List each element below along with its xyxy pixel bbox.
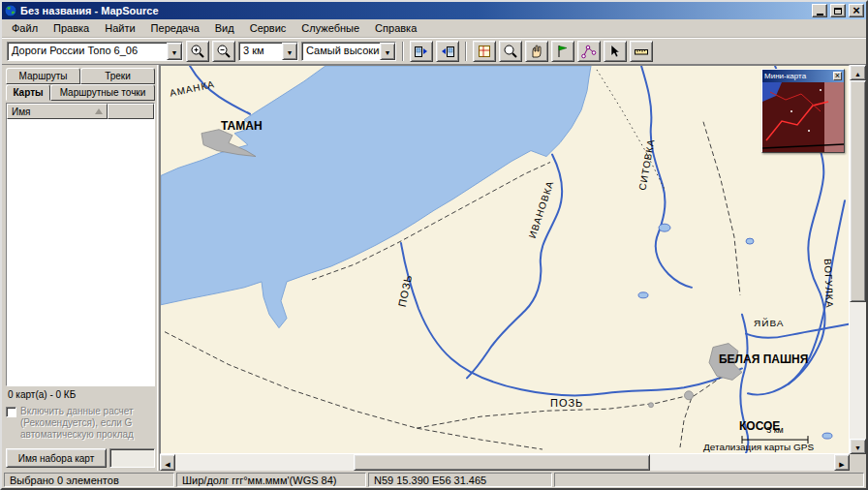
- map-scale-value: 3 км: [239, 43, 282, 60]
- map-vertical-scrollbar: [850, 65, 866, 454]
- maps-count-text: 0 карт(а) - 0 КБ: [6, 388, 155, 402]
- status-position-format: Шир/долг ггг°мм.ммм'(WGS 84): [176, 473, 366, 487]
- window-title: Без названия - MapSource: [20, 5, 809, 16]
- mapset-name-field[interactable]: [109, 448, 155, 468]
- toolbar-separator: [402, 42, 404, 61]
- minimap-title: Мини-карта: [764, 72, 806, 80]
- menu-edit[interactable]: Правка: [46, 20, 97, 36]
- send-to-device-button[interactable]: [410, 41, 433, 62]
- map-product-combo[interactable]: Дороги России Топо 6_06: [7, 42, 183, 61]
- minimap-close-button[interactable]: [833, 72, 842, 80]
- zoom-out-button[interactable]: [212, 41, 235, 62]
- scrollbar-corner: [850, 454, 866, 471]
- sidebar: Маршруты Треки Карты Маршрутные точки Им…: [2, 65, 157, 471]
- label-belaya-pashnya: БЕЛАЯ ПАШНЯ: [719, 352, 808, 366]
- route-tool-button[interactable]: [577, 41, 601, 62]
- pan-tool-button[interactable]: [525, 41, 548, 62]
- maps-listbox: Имя: [6, 103, 155, 386]
- sidebar-tabs-row1: Маршруты Треки: [6, 68, 155, 84]
- scroll-down-button[interactable]: [850, 439, 866, 454]
- map-scale-combo-arrow-icon[interactable]: [282, 43, 297, 60]
- minimap-title-bar[interactable]: Мини-карта: [762, 70, 844, 82]
- detail-level-combo-arrow-icon[interactable]: [380, 43, 395, 60]
- menu-utilities[interactable]: Служебные: [294, 20, 367, 36]
- menu-transfer[interactable]: Передача: [143, 20, 207, 36]
- map-canvas[interactable]: АМАНКА ТАМАН ИВАНОВКА СИТОВКА ВОГУЛКА ЯЙ…: [161, 66, 849, 453]
- receive-from-device-button[interactable]: [436, 41, 459, 62]
- include-routing-data-checkbox: [6, 407, 16, 417]
- maps-list[interactable]: [7, 119, 154, 385]
- map-product-combo-arrow-icon[interactable]: [167, 43, 182, 60]
- title-bar[interactable]: Без названия - MapSource: [2, 2, 866, 19]
- status-bar: Выбрано 0 элементов Шир/долг ггг°мм.ммм'…: [2, 471, 866, 488]
- flag-icon: [555, 44, 571, 59]
- menu-help[interactable]: Справка: [367, 20, 424, 36]
- ruler-icon: [634, 44, 649, 59]
- map-select-tool-button[interactable]: [473, 41, 496, 62]
- tab-tracks[interactable]: Треки: [80, 68, 155, 84]
- routing-data-line1: Включить данные расчет: [20, 406, 155, 417]
- measure-tool-button[interactable]: [630, 41, 653, 62]
- scroll-left-button[interactable]: [160, 454, 175, 471]
- toolbar: Дороги России Топо 6_06 3 км Самый высок…: [2, 38, 866, 65]
- menu-tools[interactable]: Сервис: [242, 20, 294, 36]
- minimap-window[interactable]: Мини-карта: [761, 69, 845, 153]
- map-horizontal-scrollbar: [160, 454, 850, 471]
- status-coordinates: N59 15.390 E56 31.465: [368, 473, 552, 487]
- maximize-button[interactable]: [830, 4, 846, 17]
- routing-data-label: Включить данные расчет (Рекомендуется), …: [20, 406, 155, 444]
- arrow-right-icon: [839, 457, 844, 469]
- map-scale-combo[interactable]: 3 км: [238, 42, 298, 61]
- vertical-scroll-thumb[interactable]: [850, 80, 866, 302]
- arrow-up-icon: [854, 67, 861, 78]
- close-button[interactable]: [849, 4, 864, 17]
- toolbar-separator: [465, 42, 467, 61]
- hand-icon: [529, 44, 544, 59]
- maximize-icon: [834, 8, 842, 15]
- scroll-right-button[interactable]: [834, 454, 850, 471]
- magnifier-minus-icon: [216, 44, 232, 59]
- selection-tool-button[interactable]: [604, 41, 627, 62]
- horizontal-scroll-thumb[interactable]: [354, 454, 650, 471]
- column-header-name[interactable]: Имя: [7, 104, 108, 119]
- tab-waypoints[interactable]: Маршрутные точки: [50, 84, 155, 101]
- waypoint-tool-button[interactable]: [551, 41, 574, 62]
- list-header: Имя: [7, 104, 154, 119]
- tab-routes[interactable]: Маршруты: [6, 68, 80, 84]
- zoom-in-button[interactable]: [186, 41, 209, 62]
- vertical-scroll-track[interactable]: [850, 80, 866, 439]
- mapset-name-button[interactable]: Имя набора карт: [6, 448, 107, 468]
- route-points-icon: [581, 44, 597, 59]
- menu-find[interactable]: Найти: [97, 20, 142, 36]
- routing-data-line3: автоматическую проклад: [20, 429, 155, 441]
- receive-from-device-icon: [440, 44, 455, 59]
- mapset-row: Имя набора карт: [6, 448, 155, 468]
- gps-detail-label: Детализация карты GPS: [703, 442, 815, 452]
- send-to-device-icon: [414, 44, 429, 59]
- menu-bar: Файл Правка Найти Передача Вид Сервис Сл…: [2, 19, 866, 38]
- arrow-left-icon: [165, 457, 170, 469]
- label-poz-lower: ПОЗЬ: [550, 397, 583, 409]
- label-taman: ТАМАН: [221, 119, 263, 133]
- label-yayva: ЯЙВА: [754, 318, 784, 328]
- menu-view[interactable]: Вид: [207, 20, 242, 36]
- scroll-up-button[interactable]: [850, 65, 866, 80]
- routing-data-option: Включить данные расчет (Рекомендуется), …: [6, 404, 155, 446]
- minimize-icon: [817, 14, 823, 15]
- map-area: АМАНКА ТАМАН ИВАНОВКА СИТОВКА ВОГУЛКА ЯЙ…: [160, 65, 866, 471]
- arrow-down-icon: [854, 441, 861, 452]
- routing-data-line2: (Рекомендуется), если G: [20, 417, 155, 429]
- sidebar-tabs-row2: Карты Маршрутные точки: [6, 84, 155, 101]
- detail-level-combo[interactable]: Самый высокий: [301, 42, 396, 61]
- zoom-tool-button[interactable]: [499, 41, 522, 62]
- horizontal-scroll-track[interactable]: [175, 454, 834, 471]
- minimize-button[interactable]: [812, 4, 827, 17]
- main-content: Маршруты Треки Карты Маршрутные точки Им…: [2, 65, 866, 471]
- column-header-label: Имя: [12, 107, 30, 117]
- menu-file[interactable]: Файл: [4, 20, 46, 36]
- tab-maps[interactable]: Карты: [6, 84, 50, 101]
- column-header-blank[interactable]: [108, 104, 154, 119]
- minimap-canvas[interactable]: [762, 82, 844, 152]
- label-vogulka: ВОГУЛКА: [822, 259, 835, 309]
- sort-ascending-icon: [95, 108, 103, 114]
